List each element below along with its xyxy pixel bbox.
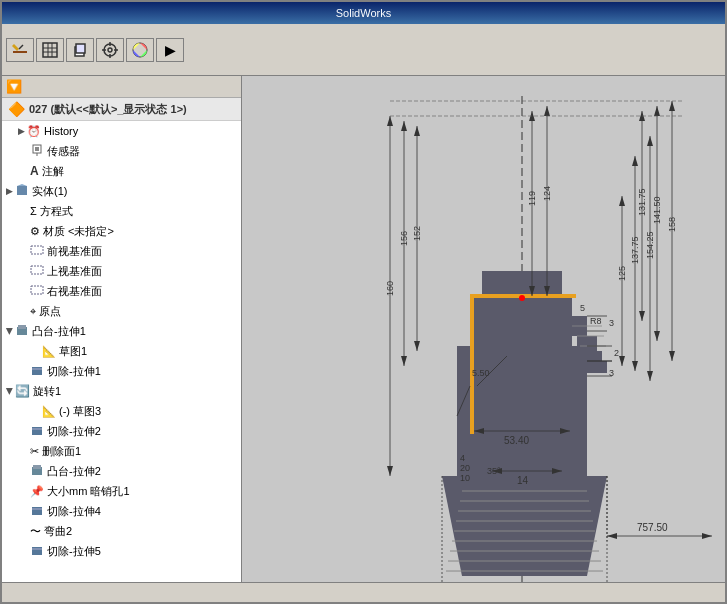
toolbar-btn-sketch[interactable] bbox=[6, 38, 34, 62]
tree-item-annotation[interactable]: A 注解 bbox=[2, 161, 241, 181]
tree-item-sketch1[interactable]: 📐 草图1 bbox=[2, 341, 241, 361]
svg-marker-1 bbox=[12, 44, 19, 51]
toolbar-btn-table[interactable] bbox=[36, 38, 64, 62]
tree-item-cut3[interactable]: 切除-拉伸4 bbox=[2, 501, 241, 521]
revolve1-icon: 🔄 bbox=[15, 384, 30, 398]
svg-text:53.40: 53.40 bbox=[504, 435, 529, 446]
svg-text:2: 2 bbox=[614, 348, 619, 358]
svg-rect-18 bbox=[35, 147, 39, 151]
svg-rect-35 bbox=[32, 547, 42, 555]
svg-text:141.50: 141.50 bbox=[652, 196, 662, 224]
origin-icon: ⌖ bbox=[30, 305, 36, 318]
svg-text:124: 124 bbox=[542, 186, 552, 201]
tree-container[interactable]: ▶ ⏰ History 传感器 A bbox=[2, 121, 241, 582]
svg-point-11 bbox=[108, 48, 112, 52]
svg-rect-40 bbox=[472, 296, 572, 351]
tree-item-label: 传感器 bbox=[47, 144, 80, 159]
toolbar-row: ▶ bbox=[6, 38, 184, 62]
svg-rect-23 bbox=[31, 266, 43, 274]
svg-text:158: 158 bbox=[667, 217, 677, 232]
tree-item-label: 材质 <未指定> bbox=[43, 224, 114, 239]
arrow-icon: ▶ bbox=[5, 328, 15, 335]
svg-text:5: 5 bbox=[580, 303, 585, 313]
toolbar-btn-more[interactable]: ▶ bbox=[156, 38, 184, 62]
material-icon: ⚙ bbox=[30, 225, 40, 238]
tree-item-label: 注解 bbox=[42, 164, 64, 179]
sketch3-icon: 📐 bbox=[42, 405, 56, 418]
arrow-icon: ▶ bbox=[18, 126, 25, 136]
tree-item-label: 实体(1) bbox=[32, 184, 67, 199]
tree-item-sketch3[interactable]: 📐 (-) 草图3 bbox=[2, 401, 241, 421]
solid-icon bbox=[15, 183, 29, 200]
filter-icon: 🔽 bbox=[6, 79, 22, 94]
tree-item-cut1[interactable]: 切除-拉伸1 bbox=[2, 361, 241, 381]
svg-text:152: 152 bbox=[412, 226, 422, 241]
svg-rect-20 bbox=[17, 186, 27, 195]
tree-item-label: 切除-拉伸1 bbox=[47, 364, 101, 379]
left-panel: 🔽 🔶 027 (默认<<默认>_显示状态 1>) ▶ ⏰ History bbox=[2, 76, 242, 582]
tree-header: 🔶 027 (默认<<默认>_显示状态 1>) bbox=[2, 98, 241, 121]
title-bar: SolidWorks bbox=[2, 2, 725, 24]
annotation-icon: A bbox=[30, 164, 39, 178]
svg-point-61 bbox=[519, 295, 525, 301]
svg-text:154.25: 154.25 bbox=[645, 231, 655, 259]
app-window: SolidWorks ▶ 🔽 bbox=[0, 0, 727, 604]
sensor-icon bbox=[30, 143, 44, 160]
tree-item-cut4[interactable]: 切除-拉伸5 bbox=[2, 541, 241, 561]
tree-item-revolve1[interactable]: ▶ 🔄 旋转1 bbox=[2, 381, 241, 401]
svg-text:119: 119 bbox=[527, 191, 537, 206]
svg-text:3: 3 bbox=[609, 368, 614, 378]
svg-text:R8: R8 bbox=[590, 316, 602, 326]
tree-item-cut2[interactable]: 切除-拉伸2 bbox=[2, 421, 241, 441]
top-icon bbox=[30, 263, 44, 280]
svg-rect-26 bbox=[18, 325, 26, 329]
svg-text:20: 20 bbox=[460, 463, 470, 473]
tree-item-label: 旋转1 bbox=[33, 384, 61, 399]
title-text: SolidWorks bbox=[336, 7, 391, 19]
toolbar-btn-color[interactable] bbox=[126, 38, 154, 62]
svg-text:5.50: 5.50 bbox=[472, 368, 490, 378]
tree-item-label: 弯曲2 bbox=[44, 524, 72, 539]
tree-item-label: 大小mm 暗销孔1 bbox=[47, 484, 130, 499]
svg-text:160: 160 bbox=[385, 281, 395, 296]
tree-item-front[interactable]: 前视基准面 bbox=[2, 241, 241, 261]
tree-item-pin[interactable]: 📌 大小mm 暗销孔1 bbox=[2, 481, 241, 501]
svg-text:757.50: 757.50 bbox=[637, 522, 668, 533]
toolbar: ▶ bbox=[2, 24, 725, 76]
tree-item-solid[interactable]: ▶ 实体(1) bbox=[2, 181, 241, 201]
root-label: 027 (默认<<默认>_显示状态 1>) bbox=[29, 102, 187, 117]
svg-rect-0 bbox=[13, 51, 27, 53]
tree-item-delete1[interactable]: ✂ 删除面1 bbox=[2, 441, 241, 461]
tree-item-label: 切除-拉伸2 bbox=[47, 424, 101, 439]
cut1-icon bbox=[30, 363, 44, 380]
tree-item-label: 切除-拉伸5 bbox=[47, 544, 101, 559]
toolbar-btn-copy[interactable] bbox=[66, 38, 94, 62]
tree-item-boss1[interactable]: ▶ 凸台-拉伸1 bbox=[2, 321, 241, 341]
arrow-icon: ▶ bbox=[5, 388, 15, 395]
svg-text:125: 125 bbox=[617, 266, 627, 281]
svg-line-2 bbox=[19, 45, 23, 49]
tree-item-label: 右视基准面 bbox=[47, 284, 102, 299]
formula-icon: Σ bbox=[30, 205, 37, 217]
tree-item-boss2[interactable]: 凸台-拉伸2 bbox=[2, 461, 241, 481]
tree-item-label: 前视基准面 bbox=[47, 244, 102, 259]
tree-item-history[interactable]: ▶ ⏰ History bbox=[2, 121, 241, 141]
filter-bar: 🔽 bbox=[2, 76, 241, 98]
drawing-canvas: 119 124 152 156 160 bbox=[242, 76, 725, 582]
svg-text:14: 14 bbox=[517, 475, 529, 486]
tree-item-bend[interactable]: 〜 弯曲2 bbox=[2, 521, 241, 541]
tree-item-origin[interactable]: ⌖ 原点 bbox=[2, 301, 241, 321]
svg-rect-3 bbox=[43, 43, 57, 57]
tree-item-material[interactable]: ⚙ 材质 <未指定> bbox=[2, 221, 241, 241]
tree-item-formula[interactable]: Σ 方程式 bbox=[2, 201, 241, 221]
tree-item-label: 方程式 bbox=[40, 204, 73, 219]
tree-item-sensor[interactable]: 传感器 bbox=[2, 141, 241, 161]
toolbar-btn-target[interactable] bbox=[96, 38, 124, 62]
arrow-icon: ▶ bbox=[6, 186, 13, 196]
svg-text:10: 10 bbox=[460, 473, 470, 483]
tree-item-top[interactable]: 上视基准面 bbox=[2, 261, 241, 281]
tree-item-right[interactable]: 右视基准面 bbox=[2, 281, 241, 301]
right-icon bbox=[30, 283, 44, 300]
svg-rect-57 bbox=[582, 361, 607, 373]
tree-item-label: 凸台-拉伸1 bbox=[32, 324, 86, 339]
